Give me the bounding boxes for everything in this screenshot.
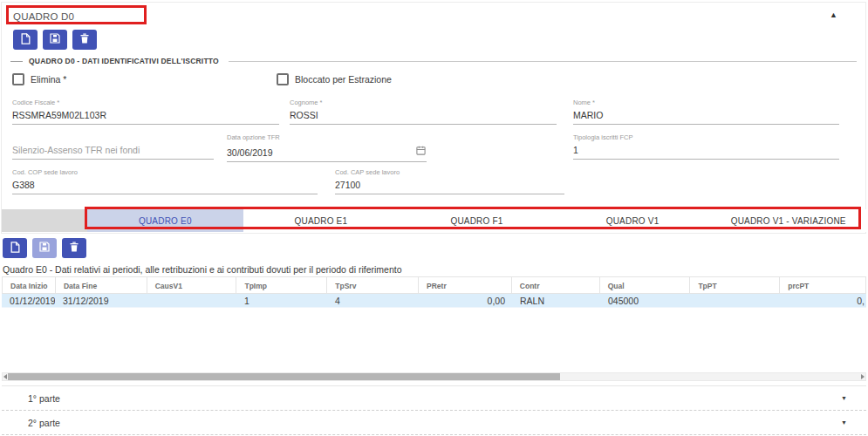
section-legend: QUADRO D0 - DATI IDENTIFICATIVI DELL'ISC…: [10, 57, 857, 65]
cod-cop-sede-lavoro-field[interactable]: Cod. COP sede lavoro G388: [12, 168, 318, 194]
save-icon: [39, 242, 50, 255]
tipologia-iscritti-fcp-field[interactable]: Tipologia iscritti FCP 1: [573, 133, 839, 160]
calendar-icon[interactable]: [415, 145, 427, 158]
cell-data-fine[interactable]: 31/12/2019: [55, 294, 147, 307]
field-value[interactable]: 1: [573, 145, 578, 155]
accordion-label: 2° parte: [28, 418, 60, 428]
field-value[interactable]: RSSMRA59M02L103R: [12, 110, 106, 120]
scrollbar-thumb[interactable]: [8, 373, 560, 380]
cell-prcpt[interactable]: 0,: [781, 294, 866, 307]
checkbox-bloccato-estrazione[interactable]: Bloccato per Estrazione: [277, 73, 392, 85]
legend-text: QUADRO D0 - DATI IDENTIFICATIVI DELL'ISC…: [29, 57, 219, 65]
cell-contr[interactable]: RALN: [512, 294, 600, 307]
column-header[interactable]: TpSrv: [327, 277, 419, 293]
accordion-label: 1° parte: [28, 393, 60, 404]
column-header[interactable]: prcPT: [780, 277, 865, 293]
tab-quadro-e1[interactable]: QUADRO E1: [243, 209, 400, 232]
scroll-right-icon[interactable]: [861, 374, 865, 379]
checkbox-label: Bloccato per Estrazione: [295, 74, 392, 85]
save-icon: [50, 33, 60, 46]
chevron-down-icon[interactable]: ▼: [841, 419, 847, 426]
field-placeholder[interactable]: Silenzio-Assenso TFR nei fondi: [12, 145, 140, 155]
field-label: Cod. CAP sede lavoro: [335, 168, 564, 177]
cell-pretr[interactable]: 0,00: [419, 294, 512, 307]
checkbox-elimina[interactable]: Elimina *: [12, 73, 66, 85]
field-value[interactable]: MARIO: [573, 110, 603, 120]
scroll-left-icon[interactable]: [3, 374, 7, 379]
panel-title: QUADRO D0: [13, 11, 74, 22]
quadro-e0-toolbar: [3, 238, 86, 258]
trash-icon: [80, 33, 89, 46]
quadro-d0-panel: QUADRO D0 ▲ QUADRO D0 - DATI IDENTIFI: [1, 2, 866, 234]
data-opzione-tfr-field[interactable]: Data opzione TFR 30/06/2019: [227, 133, 427, 162]
field-label: Cognome *: [290, 99, 557, 107]
accordion-group: 1° parte ▼ 2° parte ▼: [2, 385, 866, 435]
quadro-d0-toolbar: [13, 30, 97, 50]
column-header[interactable]: Contr: [512, 277, 600, 293]
field-label: Codice Fiscale *: [12, 99, 279, 107]
new-document-icon: [21, 33, 31, 47]
quadro-e0-caption: Quadro E0 - Dati relativi ai periodi, al…: [3, 264, 402, 275]
tab-quadro-v1[interactable]: QUADRO V1: [555, 209, 711, 232]
delete-button[interactable]: [72, 30, 97, 50]
new-record-button[interactable]: [3, 238, 27, 258]
cell-tpsrv[interactable]: 4: [327, 294, 419, 307]
chevron-down-icon[interactable]: ▼: [841, 395, 847, 401]
cell-tppt[interactable]: [691, 294, 781, 307]
legend-dash: [10, 61, 23, 62]
column-header[interactable]: Data Fine: [56, 277, 147, 293]
field-label: Tipologia iscritti FCP: [573, 133, 839, 142]
checkbox-box[interactable]: [277, 73, 289, 85]
column-header[interactable]: CausV1: [147, 277, 237, 293]
field-value[interactable]: 27100: [335, 180, 360, 190]
accordion-seconda-parte[interactable]: 2° parte ▼: [2, 411, 866, 435]
tab-quadro-e0[interactable]: QUADRO E0: [87, 209, 243, 232]
horizontal-scrollbar[interactable]: [2, 372, 866, 381]
field-value[interactable]: ROSSI: [290, 110, 318, 120]
table-row[interactable]: 01/12/2019 31/12/2019 1 4 0,00 RALN 0450…: [2, 294, 866, 308]
silenzio-assenso-tfr-field[interactable]: Silenzio-Assenso TFR nei fondi: [12, 133, 214, 160]
checkbox-box[interactable]: [12, 73, 24, 85]
table-header-row: Data Inizio Data Fine CausV1 TpImp TpSrv…: [2, 276, 866, 294]
column-header[interactable]: PRetr: [419, 277, 512, 293]
collapse-panel-icon[interactable]: ▲: [830, 10, 837, 19]
tab-quadro-v1-variazione[interactable]: QUADRO V1 - VARIAZIONE: [710, 209, 866, 232]
column-header[interactable]: Qual: [600, 277, 691, 293]
cod-cap-sede-lavoro-field[interactable]: Cod. CAP sede lavoro 27100: [335, 168, 564, 194]
cell-tpimp[interactable]: 1: [236, 294, 327, 307]
screen: QUADRO D0 ▲ QUADRO D0 - DATI IDENTIFI: [0, 0, 868, 436]
save-button[interactable]: [43, 30, 67, 50]
cell-causv1[interactable]: [147, 294, 236, 307]
field-label: Nome *: [573, 99, 839, 107]
save-button-disabled[interactable]: [32, 238, 57, 258]
column-header[interactable]: TpPT: [690, 277, 780, 293]
new-document-icon: [10, 242, 20, 255]
field-label: [12, 133, 214, 142]
field-value[interactable]: 30/06/2019: [227, 147, 273, 158]
trash-icon: [70, 242, 79, 255]
cell-data-inizio[interactable]: 01/12/2019: [2, 294, 55, 307]
column-header[interactable]: Data Inizio: [3, 277, 56, 293]
codice-fiscale-field[interactable]: Codice Fiscale * RSSMRA59M02L103R: [12, 99, 279, 125]
column-header[interactable]: TpImp: [236, 277, 327, 293]
new-record-button[interactable]: [13, 30, 38, 50]
checkbox-label: Elimina *: [31, 74, 66, 85]
cell-qual[interactable]: 045000: [600, 294, 691, 307]
quadri-tab-bar: QUADRO E0 QUADRO E1 QUADRO F1 QUADRO V1 …: [2, 209, 866, 232]
field-label: Cod. COP sede lavoro: [12, 168, 318, 177]
tab-quadro-f1[interactable]: QUADRO F1: [399, 209, 555, 232]
legend-rule: [229, 61, 857, 62]
tab-bar-lead-spacer: [2, 209, 87, 232]
field-value[interactable]: G388: [12, 180, 35, 190]
accordion-prima-parte[interactable]: 1° parte ▼: [2, 386, 866, 411]
cognome-field[interactable]: Cognome * ROSSI: [290, 99, 557, 125]
field-label: Data opzione TFR: [227, 133, 427, 142]
nome-field[interactable]: Nome * MARIO: [573, 99, 839, 125]
delete-button[interactable]: [62, 238, 86, 258]
quadro-e0-table: Data Inizio Data Fine CausV1 TpImp TpSrv…: [2, 276, 866, 308]
